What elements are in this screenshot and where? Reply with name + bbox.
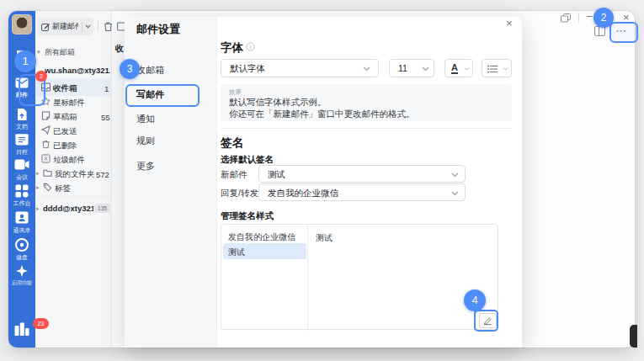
calendar-icon[interactable] — [15, 133, 29, 146]
font-size-select[interactable]: 11 — [389, 59, 434, 77]
features-sparkle-icon[interactable] — [16, 265, 28, 277]
sidebar-item-features-label[interactable]: 启用功能 — [9, 279, 34, 285]
sidebar-item-contacts-label[interactable]: 通讯录 — [8, 226, 35, 234]
apps-unread-badge: 23 — [34, 319, 48, 328]
account-1[interactable]: wu.shan@xty321.... — [45, 66, 110, 75]
list-format-button[interactable] — [482, 59, 512, 77]
folder-label-junk[interactable]: 垃圾邮件 — [53, 155, 85, 166]
info-icon[interactable] — [246, 42, 255, 51]
signature-item-1[interactable]: 发自我的企业微信 — [228, 231, 306, 243]
folder-label-tags[interactable]: 标签 — [55, 183, 71, 194]
folder-label-deleted[interactable]: 已删除 — [53, 141, 77, 151]
contacts-icon[interactable] — [15, 211, 29, 224]
annotation-step-3: 3 — [120, 59, 140, 79]
new-mail-signature-select[interactable]: 测试 — [258, 165, 466, 183]
font-color-letter: A — [451, 62, 458, 74]
font-color-caret-icon — [464, 67, 470, 71]
settings-nav-notify[interactable]: 通知 — [136, 113, 155, 125]
signature-heading: 签名 — [221, 135, 243, 151]
myfolders-caret-icon[interactable]: ▸ — [36, 170, 40, 177]
reply-signature-select[interactable]: 发自我的企业微信 — [258, 183, 466, 201]
tags-caret-icon[interactable]: ▸ — [36, 184, 40, 191]
signature-item-2-label[interactable]: 测试 — [228, 247, 245, 258]
drive-icon[interactable] — [15, 238, 29, 252]
meeting-icon[interactable] — [14, 159, 29, 170]
folder-count-myfolders: 572 — [96, 170, 109, 179]
folder-label-drafts[interactable]: 草稿箱 — [53, 112, 77, 123]
compose-label: 新建邮件 — [52, 21, 78, 32]
all-mailboxes-group[interactable]: 所有邮箱 — [45, 47, 75, 58]
apps-grid-icon[interactable] — [14, 322, 29, 336]
section-divider — [221, 128, 512, 129]
folder-label-myfolders[interactable]: 我的文件夹 — [55, 169, 95, 180]
reply-signature-value: 发自我的企业微信 — [268, 188, 338, 199]
trash-icon[interactable] — [103, 21, 114, 32]
signature-manager-box: 发自我的企业微信 测试 测试 — [221, 224, 498, 330]
list-format-icon — [487, 65, 498, 73]
folder-icon — [43, 168, 52, 178]
signature-preview-text: 测试 — [316, 232, 333, 244]
sidebar-item-docs-label[interactable]: 文档 — [8, 123, 35, 130]
chrome-separator — [578, 13, 579, 23]
account-2-badge: 135 — [94, 204, 110, 213]
workspace-icon[interactable] — [15, 184, 29, 198]
deleted-icon — [41, 140, 51, 149]
font-size-value: 11 — [398, 63, 407, 73]
new-mail-chevron-icon — [451, 173, 459, 178]
tag-icon — [43, 183, 52, 192]
reply-chevron-icon — [451, 191, 459, 196]
modal-close-icon[interactable]: × — [506, 17, 513, 29]
docs-icon[interactable] — [15, 108, 29, 121]
settings-title: 邮件设置 — [136, 22, 180, 37]
folder-label-inbox: 收件箱 — [53, 83, 77, 94]
floating-widget[interactable] — [630, 325, 637, 348]
folder-label-sent[interactable]: 已发送 — [53, 126, 77, 137]
sidebar-item-workspace-label[interactable]: 工作台 — [8, 199, 35, 207]
drafts-icon — [41, 111, 51, 120]
avatar[interactable] — [12, 14, 32, 35]
account-2[interactable]: dddd@xty321.... — [43, 204, 93, 213]
default-signature-heading: 选择默认签名 — [221, 154, 274, 166]
mail-list-header-partial: 收 — [115, 43, 124, 55]
font-heading: 字体 — [221, 40, 243, 56]
compose-button[interactable]: 新建邮件 — [37, 18, 93, 35]
font-size-chevron-icon — [422, 66, 429, 72]
font-preview-box: 效果 默认写信字体样式示例。 你还可在「新建邮件」窗口中更改邮件的格式。 — [221, 84, 512, 121]
settings-nav-rules[interactable]: 规则 — [136, 135, 155, 147]
font-color-button[interactable]: A — [444, 59, 473, 77]
mail-unread-badge: 2 — [36, 72, 46, 81]
popout-icon[interactable] — [561, 13, 571, 23]
sidebar-item-drive-label[interactable]: 微盘 — [8, 253, 35, 261]
font-family-value: 默认字体 — [230, 63, 265, 75]
toolbar-separator — [98, 21, 98, 32]
font-preview-line2: 你还可在「新建邮件」窗口中更改邮件的格式。 — [229, 109, 415, 120]
annotation-step-1: 1 — [14, 50, 36, 72]
font-preview-line1: 默认写信字体样式示例。 — [229, 97, 327, 109]
compose-caret-icon[interactable] — [85, 24, 91, 29]
folder-count-inbox: 1 — [104, 84, 109, 93]
sidebar-item-calendar-label[interactable]: 日程 — [8, 148, 35, 156]
font-preview-label: 效果 — [229, 88, 242, 97]
settings-nav-more[interactable]: 更多 — [136, 160, 155, 173]
account2-caret-icon[interactable]: ▸ — [36, 205, 40, 212]
annotation-step-4: 4 — [464, 289, 486, 311]
folder-label-starred[interactable]: 星标邮件 — [53, 98, 85, 109]
junk-icon — [41, 154, 51, 163]
annotation-step-2: 2 — [593, 8, 614, 28]
all-mailboxes-caret-icon[interactable]: ▾ — [37, 49, 40, 56]
settings-nav-inbox[interactable]: 收邮箱 — [136, 64, 164, 77]
minimize-button[interactable]: – — [587, 10, 593, 22]
font-family-select[interactable]: 默认字体 — [221, 59, 379, 77]
manage-signature-heading: 管理签名样式 — [221, 210, 274, 222]
folder-count-drafts: 55 — [101, 113, 110, 122]
reply-forward-label: 回复/转发 — [221, 188, 258, 199]
annotation-box-more — [609, 22, 638, 43]
font-family-chevron-icon — [363, 66, 370, 72]
list-format-caret-icon — [503, 67, 508, 71]
annotation-box-compose-nav — [125, 84, 200, 107]
new-mail-label: 新邮件 — [221, 169, 247, 181]
annotation-box-edit — [474, 310, 498, 332]
compose-icon — [41, 23, 50, 31]
sidebar-item-meeting-label[interactable]: 会议 — [8, 173, 35, 181]
sent-icon — [41, 125, 51, 135]
